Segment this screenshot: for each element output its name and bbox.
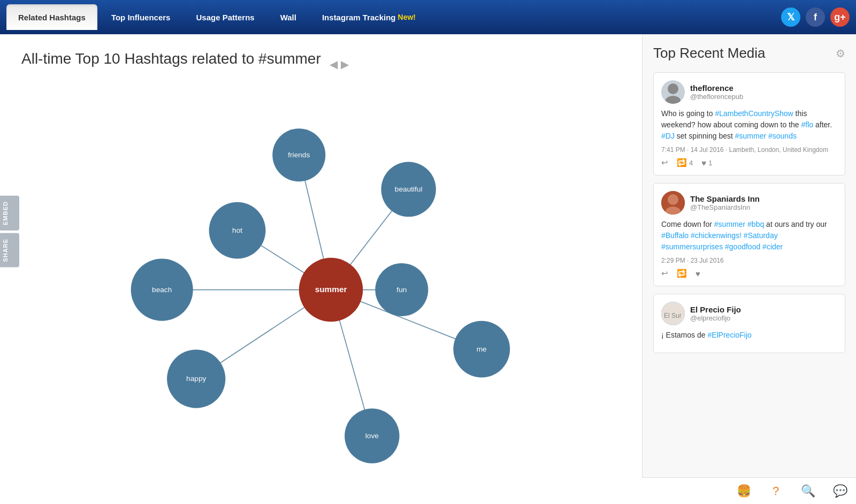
tweet-link-10[interactable]: #Saturday: [744, 231, 778, 240]
prev-arrow[interactable]: ◀: [330, 59, 338, 70]
tab-related-hashtags[interactable]: Related Hashtags: [6, 4, 97, 30]
tweet-link-4[interactable]: #summer: [735, 132, 766, 140]
tweet-handle-2: @TheSpaniardsInn: [690, 203, 760, 211]
svg-text:fun: fun: [396, 286, 407, 294]
left-panel: All-time Top 10 Hashtags related to #sum…: [0, 34, 642, 504]
svg-point-17: [668, 83, 678, 94]
tweet-user-info-3: El Precio Fijo @elpreciofijo: [690, 305, 741, 322]
facebook-icon[interactable]: f: [806, 7, 825, 27]
tweet-handle-1: @theflorencepub: [690, 93, 743, 101]
tweet-link-7[interactable]: #bbq: [747, 220, 764, 228]
svg-text:love: love: [365, 432, 379, 440]
tweet-header-2: The Spaniards Inn @TheSpaniardsInn: [661, 191, 837, 215]
tweet-card-1: theflorence @theflorencepub Who is going…: [653, 72, 845, 175]
tweet-header-1: theflorence @theflorencepub: [661, 80, 837, 104]
share-button[interactable]: SHARE: [0, 233, 19, 268]
svg-point-20: [668, 194, 678, 205]
google-plus-icon[interactable]: g+: [830, 7, 850, 27]
avatar-3: El Sur: [661, 302, 685, 325]
tweet-link-11[interactable]: #summersurprises: [661, 242, 723, 251]
tweet-link-1[interactable]: #LambethCountryShow: [715, 109, 793, 118]
bottom-toolbar: 🍔 ? 🔍 💬: [642, 477, 856, 504]
hashtag-graph[interactable]: EMBED SHARE friends beautiful hot: [21, 89, 631, 463]
toolbar-chat-icon[interactable]: 💬: [824, 478, 856, 505]
tweet-username-3[interactable]: El Precio Fijo: [690, 305, 741, 314]
tweet-body-1: Who is going to #LambethCountryShow this…: [661, 108, 837, 142]
nav-arrows: ◀ ▶: [330, 59, 349, 70]
page-title: All-time Top 10 Hashtags related to #sum…: [21, 50, 321, 67]
svg-text:happy: happy: [186, 375, 206, 383]
embed-button[interactable]: EMBED: [0, 196, 19, 231]
tab-instagram-tracking[interactable]: Instagram Tracking New!: [310, 4, 427, 30]
tweet-reply-2[interactable]: ↩: [661, 269, 668, 278]
right-header: Top Recent Media ⚙: [653, 45, 845, 62]
tweet-link-5[interactable]: #sounds: [768, 132, 797, 140]
tweet-body-2: Come down for #summer #bbq at ours and t…: [661, 219, 837, 253]
svg-text:beautiful: beautiful: [395, 185, 423, 193]
tweet-link-9[interactable]: #chickenwings!: [691, 231, 742, 240]
graph-svg: friends beautiful hot beach fun me happy…: [21, 89, 631, 463]
right-panel-title: Top Recent Media: [653, 45, 766, 62]
svg-text:me: me: [477, 345, 487, 353]
toolbar-search-icon[interactable]: 🔍: [792, 478, 824, 505]
tweet-header-3: El Sur El Precio Fijo @elpreciofijo: [661, 302, 837, 325]
avatar-1: [661, 80, 685, 104]
new-badge-label: New!: [398, 13, 416, 21]
tweet-link-12[interactable]: #goodfood: [725, 242, 760, 251]
next-arrow[interactable]: ▶: [341, 59, 349, 70]
tweet-username-1[interactable]: theflorence: [690, 83, 743, 93]
tweet-meta-2: 2:29 PM · 23 Jul 2016: [661, 257, 837, 264]
toolbar-menu-icon[interactable]: 🍔: [728, 478, 760, 505]
tab-wall[interactable]: Wall: [269, 4, 308, 30]
tweet-like-1[interactable]: ♥1: [701, 158, 712, 167]
tab-top-influencers[interactable]: Top Influencers: [100, 4, 182, 30]
svg-text:summer: summer: [315, 285, 347, 294]
tweet-handle-3: @elpreciofijo: [690, 314, 741, 322]
tweet-like-2[interactable]: ♥: [696, 269, 700, 278]
tweet-retweet-1[interactable]: 🔁4: [677, 158, 693, 167]
tweet-actions-1: ↩ 🔁4 ♥1: [661, 158, 837, 167]
tweet-reply-1[interactable]: ↩: [661, 158, 668, 167]
tweet-user-info-2: The Spaniards Inn @TheSpaniardsInn: [690, 194, 760, 211]
svg-text:hot: hot: [232, 226, 242, 234]
tweet-card-3: El Sur El Precio Fijo @elpreciofijo ¡ Es…: [653, 294, 845, 353]
tweet-retweet-2[interactable]: 🔁: [677, 269, 687, 278]
svg-point-18: [666, 96, 681, 104]
right-panel: Top Recent Media ⚙ theflorence @theflore…: [642, 34, 856, 504]
toolbar-help-icon[interactable]: ?: [760, 478, 792, 505]
twitter-icon[interactable]: 𝕏: [781, 7, 800, 27]
tweet-actions-2: ↩ 🔁 ♥: [661, 269, 837, 278]
svg-text:El Sur: El Sur: [664, 312, 682, 319]
tweet-card-2: The Spaniards Inn @TheSpaniardsInn Come …: [653, 183, 845, 286]
tweet-meta-1: 7:41 PM · 14 Jul 2016 · Lambeth, London,…: [661, 146, 837, 154]
tweet-link-2[interactable]: #flo: [801, 120, 814, 129]
tweet-username-2[interactable]: The Spaniards Inn: [690, 194, 760, 203]
tweet-link-8[interactable]: #Buffalo: [661, 231, 689, 240]
tweet-link-3[interactable]: #DJ: [661, 132, 675, 140]
social-icons: 𝕏 f g+: [781, 7, 850, 27]
tab-usage-patterns[interactable]: Usage Patterns: [184, 4, 266, 30]
svg-text:friends: friends: [288, 151, 310, 159]
tweet-user-info-1: theflorence @theflorencepub: [690, 83, 743, 101]
settings-icon[interactable]: ⚙: [836, 47, 845, 60]
svg-text:beach: beach: [152, 286, 172, 294]
avatar-2: [661, 191, 685, 215]
tweet-link-13[interactable]: #cider: [762, 242, 783, 251]
tweet-link-6[interactable]: #summer: [714, 220, 745, 228]
main-content: All-time Top 10 Hashtags related to #sum…: [0, 34, 856, 504]
tweet-body-3: ¡ Estamos de #ElPrecioFijo: [661, 330, 837, 341]
main-nav: Related Hashtags Top Influencers Usage P…: [0, 0, 856, 34]
tweet-link-14[interactable]: #ElPrecioFijo: [707, 331, 751, 339]
